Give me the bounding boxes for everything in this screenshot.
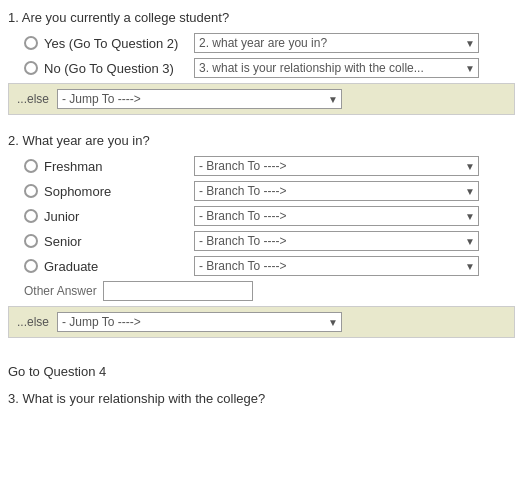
q2-junior-text: Junior (44, 209, 79, 224)
goto-question-text: Go to Question 4 (8, 358, 106, 385)
q2-freshman-text: Freshman (44, 159, 103, 174)
q2-radio-freshman[interactable] (24, 159, 38, 173)
q2-else-label: ...else (17, 315, 49, 329)
question-3-section: 3. What is your relationship with the co… (8, 391, 515, 406)
question-2-section: 2. What year are you in? Freshman - Bran… (8, 133, 515, 338)
q1-option-yes-row: Yes (Go To Question 2) 2. what year are … (8, 33, 515, 53)
q1-option-no-row: No (Go To Question 3) 3. what is your re… (8, 58, 515, 78)
q2-graduate-dropdown-wrapper: - Branch To ----> ▼ (194, 256, 479, 276)
q2-radio-sophomore[interactable] (24, 184, 38, 198)
q2-radio-graduate[interactable] (24, 259, 38, 273)
q2-graduate-text: Graduate (44, 259, 98, 274)
q2-else-dropdown[interactable]: - Jump To ----> (57, 312, 342, 332)
goto-text-container: Go to Question 4 (8, 356, 515, 391)
q2-sophomore-dropdown-wrapper: - Branch To ----> ▼ (194, 181, 479, 201)
q1-radio-yes[interactable] (24, 36, 38, 50)
q1-option-no-label[interactable]: No (Go To Question 3) (24, 61, 194, 76)
q2-other-input[interactable] (103, 281, 253, 301)
q2-junior-label[interactable]: Junior (24, 209, 194, 224)
q2-freshman-label[interactable]: Freshman (24, 159, 194, 174)
q2-junior-dropdown-wrapper: - Branch To ----> ▼ (194, 206, 479, 226)
q2-else-row: ...else - Jump To ----> ▼ (8, 306, 515, 338)
q2-option-sophomore-row: Sophomore - Branch To ----> ▼ (8, 181, 515, 201)
q1-else-label: ...else (17, 92, 49, 106)
q2-sophomore-label[interactable]: Sophomore (24, 184, 194, 199)
q2-other-answer-row: Other Answer (8, 281, 515, 301)
q2-option-junior-row: Junior - Branch To ----> ▼ (8, 206, 515, 226)
q2-else-dropdown-wrapper: - Jump To ----> ▼ (57, 312, 342, 332)
q2-sophomore-dropdown[interactable]: - Branch To ----> (194, 181, 479, 201)
q2-junior-dropdown[interactable]: - Branch To ----> (194, 206, 479, 226)
q1-else-dropdown-wrapper: - Jump To ----> ▼ (57, 89, 342, 109)
q2-senior-text: Senior (44, 234, 82, 249)
q1-else-row: ...else - Jump To ----> ▼ (8, 83, 515, 115)
q2-option-graduate-row: Graduate - Branch To ----> ▼ (8, 256, 515, 276)
q2-senior-dropdown-wrapper: - Branch To ----> ▼ (194, 231, 479, 251)
q2-graduate-label[interactable]: Graduate (24, 259, 194, 274)
q1-option-yes-text: Yes (Go To Question 2) (44, 36, 178, 51)
q2-option-freshman-row: Freshman - Branch To ----> ▼ (8, 156, 515, 176)
question-2-title: 2. What year are you in? (8, 133, 515, 148)
q2-senior-dropdown[interactable]: - Branch To ----> (194, 231, 479, 251)
q2-radio-senior[interactable] (24, 234, 38, 248)
q2-freshman-dropdown[interactable]: - Branch To ----> (194, 156, 479, 176)
question-1-section: 1. Are you currently a college student? … (8, 10, 515, 115)
q1-yes-dropdown[interactable]: 2. what year are you in? (194, 33, 479, 53)
q1-no-dropdown-wrapper: 3. what is your relationship with the co… (194, 58, 479, 78)
q1-else-dropdown[interactable]: - Jump To ----> (57, 89, 342, 109)
q2-radio-junior[interactable] (24, 209, 38, 223)
question-1-title: 1. Are you currently a college student? (8, 10, 515, 25)
q2-freshman-dropdown-wrapper: - Branch To ----> ▼ (194, 156, 479, 176)
q2-sophomore-text: Sophomore (44, 184, 111, 199)
q1-radio-no[interactable] (24, 61, 38, 75)
q1-option-no-text: No (Go To Question 3) (44, 61, 174, 76)
q1-yes-dropdown-wrapper: 2. what year are you in? ▼ (194, 33, 479, 53)
q1-no-dropdown[interactable]: 3. what is your relationship with the co… (194, 58, 479, 78)
q2-senior-label[interactable]: Senior (24, 234, 194, 249)
question-3-title: 3. What is your relationship with the co… (8, 391, 515, 406)
q2-option-senior-row: Senior - Branch To ----> ▼ (8, 231, 515, 251)
q2-other-label: Other Answer (24, 284, 97, 298)
q1-option-yes-label[interactable]: Yes (Go To Question 2) (24, 36, 194, 51)
q2-graduate-dropdown[interactable]: - Branch To ----> (194, 256, 479, 276)
